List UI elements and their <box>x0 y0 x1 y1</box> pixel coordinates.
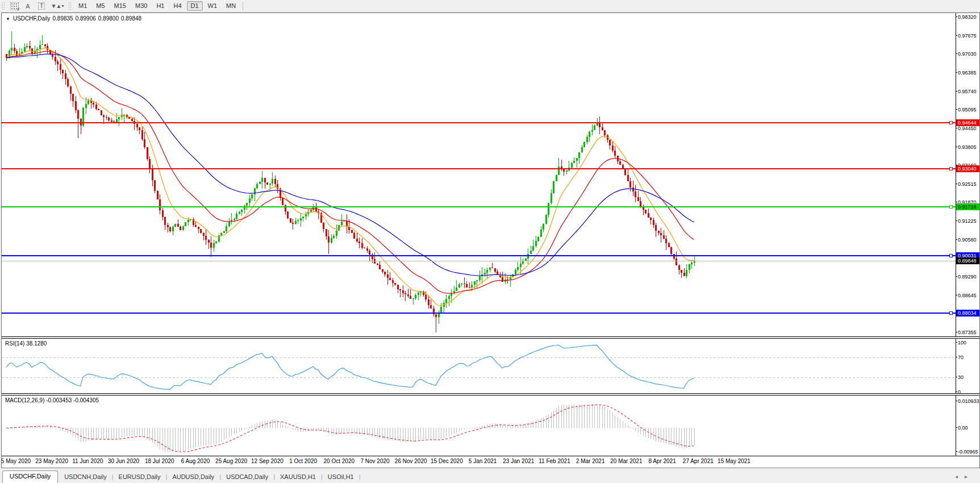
date-label: 18 Jul 2020 <box>145 458 174 464</box>
price-tick-label: 0.89290 <box>958 274 977 280</box>
macd-tick-label: -0.00965 <box>958 449 978 455</box>
chart-tab-bar: USDCHF,DailyUSDCNH,Daily|EURUSD,Daily|AU… <box>0 468 980 483</box>
macd-tick-label: 0.00 <box>958 425 968 431</box>
tab-scroll-left-icon[interactable]: ◂ <box>955 473 965 480</box>
date-label: 25 Aug 2020 <box>215 458 247 464</box>
timeframe-button-mn[interactable]: MN <box>222 1 240 11</box>
chart-tab-xauusd[interactable]: XAUUSD,H1 <box>275 472 321 483</box>
chart-symbol: USDCHF,Daily <box>13 15 51 22</box>
date-label: 15 Dec 2020 <box>431 458 463 464</box>
price-tick-label: 0.94450 <box>958 126 977 131</box>
timeframe-button-d1[interactable]: D1 <box>187 1 203 11</box>
timeframe-button-w1[interactable]: W1 <box>204 1 222 11</box>
price-tick-label: 0.88645 <box>958 293 977 298</box>
date-axis[interactable]: 5 May 202023 May 202011 Jun 202030 Jun 2… <box>2 456 979 468</box>
rsi-tick-label: 100 <box>958 340 966 345</box>
price-axis: 0.983200.976750.970300.963850.957400.950… <box>956 13 979 336</box>
rsi-tick-label: 30 <box>958 374 964 380</box>
chart-tab-usdcad[interactable]: USDCAD,Daily <box>221 472 273 483</box>
text-annotation-icon[interactable]: A <box>22 1 34 11</box>
date-label: 26 Nov 2020 <box>395 458 427 464</box>
date-label: 11 Feb 2021 <box>539 458 570 464</box>
tab-scroll-arrows: ◂▸ <box>955 473 974 480</box>
date-label: 5 Jan 2021 <box>469 458 497 464</box>
price-tick-label: 0.98320 <box>958 14 977 20</box>
chart-tab-usoil[interactable]: USOil,H1 <box>323 472 359 483</box>
chart-title: ▼USDCHF,Daily0.898350.899060.898000.8984… <box>6 15 141 22</box>
price-tick-label: 0.92515 <box>958 181 977 187</box>
dropdown-caret-icon[interactable]: ▾ <box>61 3 64 9</box>
timeframe-button-m30[interactable]: M30 <box>131 1 151 11</box>
date-label: 6 Aug 2020 <box>181 458 210 464</box>
macd-canvas[interactable] <box>2 395 956 456</box>
rsi-axis: 10070300 <box>956 339 979 393</box>
tab-scroll-right-icon[interactable]: ▸ <box>965 473 974 480</box>
timeframe-button-m1[interactable]: M1 <box>74 1 91 11</box>
date-label: 5 May 2020 <box>2 458 31 464</box>
chart-tab-usdcnh[interactable]: USDCNH,Daily <box>59 472 112 483</box>
text-box-icon[interactable]: T <box>35 1 48 11</box>
price-tick-label: 0.97675 <box>958 33 977 39</box>
macd-tick-label: 0.010933 <box>958 398 979 404</box>
quote-open: 0.89835 <box>52 15 73 22</box>
price-tick-label: 0.87355 <box>958 330 977 335</box>
price-tick-label: 0.90580 <box>958 237 977 243</box>
date-label: 30 Jun 2020 <box>108 458 139 464</box>
current-price-badge: 0.89848 <box>956 257 979 264</box>
chart-tab-audusd[interactable]: AUDUSD,Daily <box>167 472 219 483</box>
date-label: 7 Nov 2020 <box>360 458 389 464</box>
toolbar-separator <box>243 2 243 11</box>
tab-separator: | <box>359 473 361 483</box>
chart-window: ▼USDCHF,Daily0.898350.899060.898000.8984… <box>1 13 980 468</box>
timeframe-button-h1[interactable]: H1 <box>152 1 168 11</box>
date-label: 20 Oct 2020 <box>324 458 355 464</box>
price-tick-label: 0.91225 <box>958 218 977 224</box>
quote-close: 0.89848 <box>121 15 141 22</box>
timeframe-button-h4[interactable]: H4 <box>169 1 185 11</box>
date-label: 12 Sep 2020 <box>251 458 283 464</box>
price-chart-canvas[interactable] <box>2 13 956 336</box>
date-label: 15 May 2021 <box>718 458 750 464</box>
resistance-price-badge: 0.93040 <box>956 165 979 172</box>
macd-pane: MACD(12,26,9) -0.003453 -0.004305 0.0109… <box>2 395 979 456</box>
price-tick-label: 0.96385 <box>958 70 977 76</box>
price-tick-label: 0.93805 <box>958 144 977 150</box>
chart-tab-eurusd[interactable]: EURUSD,Daily <box>114 472 166 483</box>
support-price-badge: 0.91718 <box>956 203 979 210</box>
price-pane: ▼USDCHF,Daily0.898350.899060.898000.8984… <box>2 13 979 337</box>
date-label: 23 May 2020 <box>35 458 68 464</box>
rsi-tick-label: 0 <box>958 389 961 395</box>
price-tick-label: 0.97030 <box>958 51 977 57</box>
macd-axis: 0.0109330.00-0.00965 <box>956 395 979 456</box>
resistance-price-badge: 0.94644 <box>956 119 979 126</box>
price-tick-label: 0.95740 <box>958 89 977 94</box>
quote-low: 0.89800 <box>98 15 119 22</box>
date-label: 20 Mar 2021 <box>610 458 642 464</box>
rsi-canvas[interactable] <box>2 339 956 393</box>
dotted-grid-f-icon[interactable]: F <box>8 1 20 11</box>
timeframe-button-m15[interactable]: M15 <box>110 1 130 11</box>
date-label: 2 Mar 2021 <box>576 458 605 464</box>
arrow-styles-icon[interactable]: ▼▲▾ <box>49 1 66 11</box>
toolbar-grip[interactable] <box>2 2 6 10</box>
price-tick-label: 0.95095 <box>958 107 977 113</box>
rsi-tick-label: 70 <box>958 355 964 360</box>
chart-dropdown-icon[interactable]: ▼ <box>6 16 10 22</box>
date-label: 8 Apr 2021 <box>648 458 675 464</box>
date-label: 1 Oct 2020 <box>289 458 317 464</box>
rsi-pane: RSI(14) 38.1280 10070300 <box>2 338 979 394</box>
quote-high: 0.89906 <box>76 15 96 22</box>
date-label: 11 Jun 2020 <box>72 458 103 464</box>
toolbar-grip[interactable] <box>68 2 72 10</box>
chart-tab-usdchf[interactable]: USDCHF,Daily <box>2 470 58 483</box>
macd-label: MACD(12,26,9) -0.003453 -0.004305 <box>5 397 99 403</box>
date-label: 27 Apr 2021 <box>683 458 714 464</box>
timeframe-button-m5[interactable]: M5 <box>92 1 109 11</box>
support-price-badge: 0.88034 <box>956 310 979 317</box>
top-toolbar: F A T ▼▲▾ M1M5M15M30H1H4D1W1MN <box>0 0 980 13</box>
date-label: 23 Jan 2021 <box>503 458 534 464</box>
rsi-label: RSI(14) 38.1280 <box>5 340 47 347</box>
